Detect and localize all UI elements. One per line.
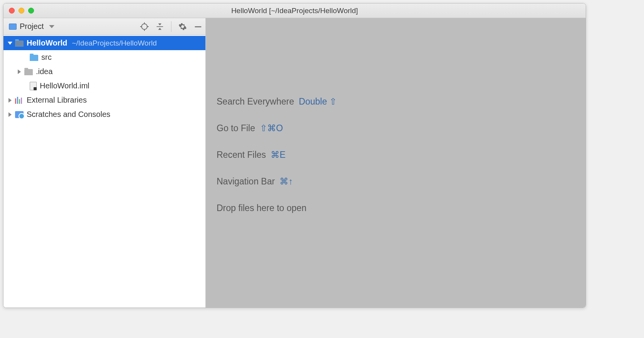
expand-arrow-closed-icon[interactable]: [7, 111, 14, 118]
svg-rect-6: [195, 26, 202, 27]
tree-item-idea[interactable]: .idea: [3, 64, 205, 79]
folder-icon: [24, 69, 33, 75]
project-tool-header: Project: [3, 18, 205, 35]
minimize-button[interactable]: [19, 8, 24, 14]
svg-rect-5: [157, 26, 163, 27]
hint-search-everywhere: Search Everywhere Double ⇧: [217, 96, 586, 107]
expand-arrow-closed-icon[interactable]: [16, 68, 23, 75]
project-view-selector[interactable]: Project: [9, 22, 54, 31]
tree-item-external-libraries[interactable]: External Libraries: [3, 93, 205, 107]
maximize-button[interactable]: [28, 8, 34, 14]
hint-label: Recent Files: [217, 150, 266, 160]
tree-item-src[interactable]: src: [3, 50, 205, 64]
toolbar-divider: [171, 21, 171, 32]
window-title: HelloWorld [~/IdeaProjects/HelloWorld]: [231, 7, 358, 15]
project-name: HelloWorld: [27, 39, 67, 47]
hint-shortcut: ⌘E: [271, 150, 285, 160]
svg-point-0: [142, 24, 147, 29]
tree-item-iml[interactable]: HelloWorld.iml: [3, 79, 205, 93]
project-sidebar: Project: [3, 18, 206, 308]
hint-label: Drop files here to open: [217, 203, 307, 213]
hint-navigation-bar: Navigation Bar ⌘↑: [217, 176, 586, 187]
project-tree: HelloWorld ~/IdeaProjects/HelloWorld src…: [3, 35, 205, 308]
scratches-icon: [15, 111, 24, 118]
hint-recent-files: Recent Files ⌘E: [217, 150, 586, 160]
chevron-down-icon: [49, 25, 54, 28]
hint-shortcut: ⇧⌘O: [260, 123, 283, 133]
project-toolbar: [140, 21, 202, 32]
collapse-all-icon[interactable]: [156, 22, 164, 31]
tree-item-label: Scratches and Consoles: [27, 110, 110, 119]
tree-root-project[interactable]: HelloWorld ~/IdeaProjects/HelloWorld: [3, 36, 205, 50]
project-path: ~/IdeaProjects/HelloWorld: [72, 39, 157, 47]
hint-drop-files: Drop files here to open: [217, 203, 586, 213]
tree-item-label: src: [41, 53, 52, 62]
close-button[interactable]: [9, 8, 15, 14]
tree-item-label: .idea: [36, 67, 53, 76]
source-folder-icon: [30, 55, 38, 61]
window-icon: [9, 24, 17, 30]
tree-item-label: External Libraries: [27, 96, 87, 105]
expand-arrow-closed-icon[interactable]: [7, 97, 14, 104]
project-view-label: Project: [20, 22, 44, 31]
gear-icon[interactable]: [178, 22, 187, 31]
hint-label: Navigation Bar: [217, 176, 275, 186]
window-controls: [3, 8, 34, 14]
tree-item-label: HelloWorld.iml: [40, 81, 90, 90]
hint-shortcut: Double ⇧: [299, 96, 337, 106]
hint-go-to-file: Go to File ⇧⌘O: [217, 123, 586, 134]
hint-label: Search Everywhere: [217, 96, 294, 106]
module-folder-icon: [15, 41, 24, 47]
main-content: Project: [3, 18, 586, 308]
ide-window: HelloWorld [~/IdeaProjects/HelloWorld] P…: [3, 3, 586, 308]
libraries-icon: [15, 97, 24, 104]
tree-item-scratches[interactable]: Scratches and Consoles: [3, 107, 205, 122]
hint-shortcut: ⌘↑: [280, 176, 293, 186]
expand-arrow-open-icon[interactable]: [7, 40, 14, 47]
locate-icon[interactable]: [140, 22, 149, 31]
titlebar[interactable]: HelloWorld [~/IdeaProjects/HelloWorld]: [3, 3, 586, 18]
file-icon: [30, 82, 37, 90]
hint-label: Go to File: [217, 123, 255, 133]
empty-editor-area[interactable]: Search Everywhere Double ⇧ Go to File ⇧⌘…: [206, 18, 586, 308]
hide-icon[interactable]: [194, 22, 202, 31]
